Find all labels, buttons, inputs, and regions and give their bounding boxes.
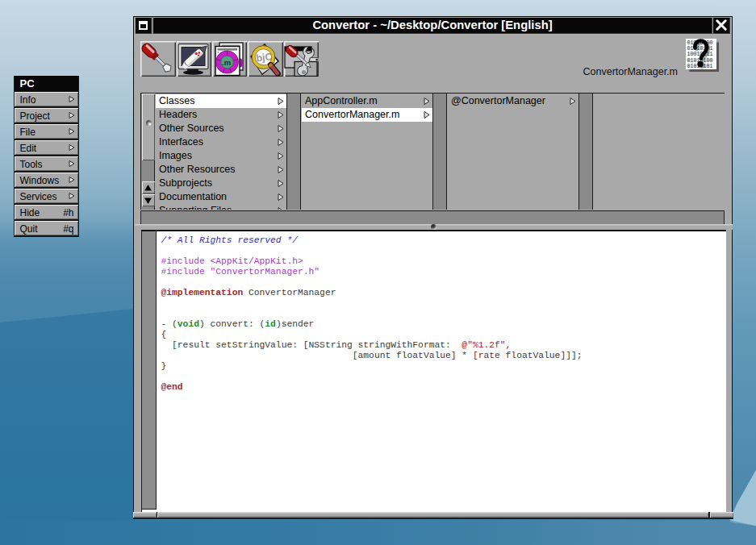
- svg-text:.m: .m: [222, 57, 231, 66]
